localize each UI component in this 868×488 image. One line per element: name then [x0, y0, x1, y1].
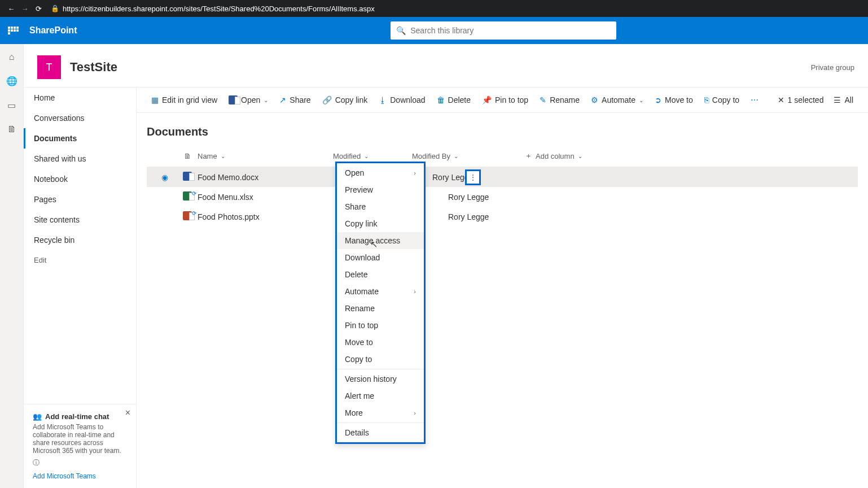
- automate-button[interactable]: ⚙Automate⌄: [586, 93, 648, 107]
- teams-body: Add Microsoft Teams to collaborate in re…: [33, 423, 127, 455]
- pin-icon: 📌: [482, 95, 492, 104]
- selected-check-icon[interactable]: ◉: [152, 173, 177, 182]
- ctx-share[interactable]: Share: [337, 198, 424, 215]
- ctx-rename[interactable]: Rename: [337, 300, 424, 317]
- grid-icon: ▦: [151, 95, 159, 104]
- nav-pages[interactable]: Pages: [24, 189, 136, 210]
- clear-selection-button[interactable]: ✕1 selected: [778, 95, 824, 104]
- table-row[interactable]: ◉ Food Memo.docx ↗ ⋮ Rory Legge: [147, 167, 858, 187]
- nav-shared[interactable]: Shared with us: [24, 149, 136, 169]
- nav-edit[interactable]: Edit: [24, 250, 136, 270]
- url-text: https://citizenbuilders.sharepoint.com/s…: [63, 5, 375, 13]
- ctx-automate[interactable]: Automate›: [337, 283, 424, 300]
- modified-header[interactable]: Modified⌄: [333, 152, 412, 160]
- ctx-alert[interactable]: Alert me: [337, 387, 424, 404]
- copy-icon: ⎘: [704, 95, 709, 104]
- trash-icon: 🗑: [437, 95, 445, 104]
- ctx-pin[interactable]: Pin to top: [337, 317, 424, 334]
- add-column-button[interactable]: ＋Add column⌄: [525, 151, 604, 161]
- teams-title: Add real-time chat: [45, 412, 109, 421]
- reload-button[interactable]: ⟳: [32, 5, 45, 13]
- site-logo[interactable]: T: [37, 55, 61, 79]
- globe-icon[interactable]: 🌐: [6, 76, 17, 86]
- word-file-icon: [183, 172, 192, 181]
- edit-grid-button[interactable]: ▦Edit in grid view: [147, 93, 222, 107]
- ctx-move[interactable]: Move to: [337, 334, 424, 351]
- name-header[interactable]: Name⌄: [198, 152, 333, 160]
- nav-recycle[interactable]: Recycle bin: [24, 230, 136, 250]
- rename-button[interactable]: ✎Rename: [535, 93, 584, 107]
- table-row[interactable]: Food Menu.xlsx Rory Legge: [147, 187, 858, 207]
- teams-promo: × 👥Add real-time chat Add Microsoft Team…: [24, 404, 136, 488]
- overflow-button[interactable]: ⋯: [746, 93, 763, 107]
- ctx-copylink[interactable]: Copy link: [337, 215, 424, 232]
- separator: [337, 422, 424, 423]
- close-icon[interactable]: ×: [125, 408, 130, 418]
- chevron-right-icon: ›: [414, 169, 416, 176]
- left-nav: Home Conversations Documents Shared with…: [24, 88, 137, 488]
- share-icon: ↗: [279, 95, 286, 104]
- open-button[interactable]: Open⌄: [224, 93, 273, 107]
- news-icon[interactable]: ▭: [7, 100, 16, 111]
- ctx-download[interactable]: Download: [337, 249, 424, 266]
- download-icon: ⭳: [379, 95, 387, 104]
- chevron-down-icon: ⌄: [364, 153, 369, 159]
- modifiedby-header[interactable]: Modified By⌄: [412, 152, 525, 160]
- download-button[interactable]: ⭳Download: [374, 93, 429, 107]
- share-button[interactable]: ↗Share: [275, 93, 315, 107]
- ctx-open[interactable]: Open›: [337, 164, 424, 181]
- forward-button[interactable]: →: [18, 5, 32, 13]
- nav-conversations[interactable]: Conversations: [24, 108, 136, 128]
- nav-site-contents[interactable]: Site contents: [24, 210, 136, 230]
- chevron-down-icon: ⌄: [221, 153, 225, 159]
- ctx-copy[interactable]: Copy to: [337, 351, 424, 368]
- rename-icon: ✎: [540, 95, 546, 104]
- brand-label: SharePoint: [29, 25, 77, 36]
- ctx-details[interactable]: Details: [337, 424, 424, 441]
- ctx-version[interactable]: Version history: [337, 371, 424, 387]
- search-input[interactable]: [410, 26, 611, 35]
- file-type-header[interactable]: 🗎: [177, 152, 198, 160]
- move-button[interactable]: ➲Move to: [650, 93, 698, 107]
- file-name[interactable]: Food Menu.xlsx: [198, 193, 333, 202]
- nav-notebook[interactable]: Notebook: [24, 169, 136, 189]
- nav-home[interactable]: Home: [24, 88, 136, 108]
- chevron-right-icon: ›: [414, 409, 416, 416]
- modified-by: Rory Legge: [448, 212, 561, 221]
- table-row[interactable]: Food Photos.pptx Rory Legge: [147, 207, 858, 226]
- row-more-button[interactable]: ⋮: [465, 169, 481, 185]
- back-button[interactable]: ←: [5, 5, 18, 13]
- plus-icon: ＋: [525, 151, 532, 161]
- suite-header: SharePoint 🔍: [0, 17, 868, 44]
- nav-documents[interactable]: Documents: [24, 128, 136, 149]
- home-icon[interactable]: ⌂: [9, 52, 15, 62]
- flow-icon: ⚙: [591, 95, 598, 104]
- ctx-manage-access[interactable]: Manage access: [337, 232, 424, 249]
- pin-button[interactable]: 📌Pin to top: [477, 93, 533, 107]
- app-launcher-icon[interactable]: [6, 24, 21, 37]
- chevron-right-icon: ›: [414, 288, 416, 295]
- search-box[interactable]: 🔍: [391, 21, 616, 40]
- file-name[interactable]: Food Memo.docx: [198, 173, 333, 182]
- ctx-preview[interactable]: Preview: [337, 181, 424, 198]
- teams-link[interactable]: Add Microsoft Teams: [33, 472, 127, 480]
- file-name[interactable]: Food Photos.pptx: [198, 212, 333, 221]
- delete-button[interactable]: 🗑Delete: [432, 93, 475, 107]
- site-meta: Private group: [811, 63, 854, 72]
- move-icon: ➲: [655, 95, 661, 104]
- info-icon[interactable]: ⓘ: [33, 458, 127, 468]
- ctx-delete[interactable]: Delete: [337, 266, 424, 283]
- modified-by: Rory Legge: [432, 173, 545, 182]
- teams-icon: 👥: [33, 412, 42, 421]
- separator: [337, 369, 424, 369]
- column-headers: 🗎 Name⌄ Modified⌄ Modified By⌄ ＋Add colu…: [147, 145, 858, 167]
- site-title: TestSite: [70, 60, 117, 75]
- copy-button[interactable]: ⎘Copy to: [700, 93, 744, 107]
- copy-link-button[interactable]: 🔗Copy link: [318, 93, 372, 107]
- ctx-more[interactable]: More›: [337, 404, 424, 421]
- excel-file-icon: [183, 191, 192, 201]
- word-icon: [229, 95, 238, 104]
- address-bar[interactable]: 🔒 https://citizenbuilders.sharepoint.com…: [51, 5, 375, 13]
- view-toggle[interactable]: ☰All: [829, 93, 858, 107]
- files-icon[interactable]: 🗎: [7, 124, 16, 134]
